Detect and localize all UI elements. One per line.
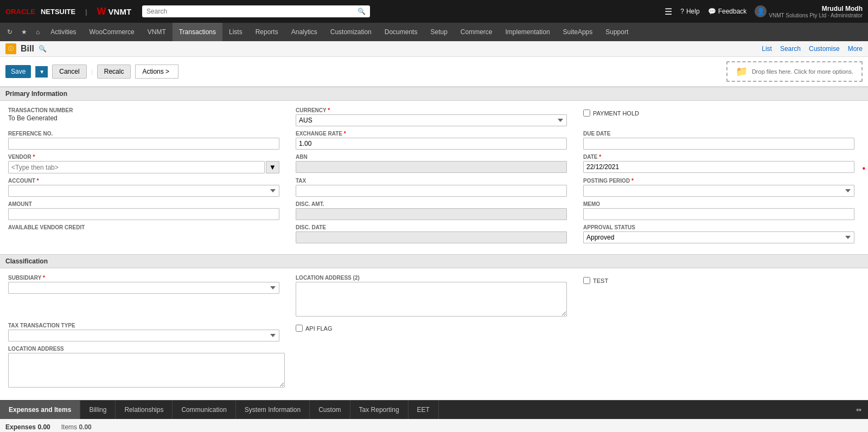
location-addr-textarea[interactable] — [8, 353, 285, 388]
nav-suiteapps[interactable]: SuiteApps — [557, 23, 599, 41]
tax-input[interactable] — [296, 185, 567, 197]
account-select[interactable] — [8, 185, 279, 197]
nav-customization[interactable]: Customization — [324, 23, 378, 41]
abn-col: ABN — [288, 154, 575, 173]
save-dropdown-arrow[interactable]: ▼ — [35, 66, 48, 78]
tax-label: TAX — [296, 178, 567, 184]
posting-period-select[interactable] — [583, 185, 854, 197]
tab-expand-icon[interactable]: ⇔ — [850, 401, 868, 419]
tab-relationships[interactable]: Relationships — [116, 401, 173, 419]
memo-input[interactable] — [583, 208, 854, 220]
disc-date-col: DISC. DATE — [288, 224, 575, 243]
class-form-row-1: SUBSIDIARY LOCATION ADDRESS (2) TEST — [5, 275, 863, 318]
search-link[interactable]: Search — [780, 45, 801, 53]
nav-support[interactable]: Support — [599, 23, 635, 41]
date-required-dot: • — [862, 164, 865, 173]
subsidiary-col: SUBSIDIARY — [5, 275, 288, 318]
nav-reports[interactable]: Reports — [249, 23, 285, 41]
nav-star-icon[interactable]: ★ — [17, 28, 31, 36]
date-input[interactable] — [583, 161, 854, 173]
user-name: Mrudul Modh — [769, 5, 863, 12]
abn-input[interactable] — [296, 161, 567, 173]
expenses-label: Expenses 0.00 — [5, 423, 50, 431]
tab-communication[interactable]: Communication — [173, 401, 235, 419]
tax-trans-type-select[interactable] — [8, 330, 279, 341]
tab-billing[interactable]: Billing — [80, 401, 116, 419]
tab-tax-reporting[interactable]: Tax Reporting — [350, 401, 409, 419]
search-input[interactable] — [146, 8, 355, 15]
tab-expenses-items[interactable]: Expenses and Items — [0, 401, 80, 419]
cancel-button[interactable]: Cancel — [52, 65, 86, 79]
reference-no-label: REFERENCE NO. — [8, 131, 279, 137]
vendor-dropdown-btn[interactable]: ▼ — [266, 161, 279, 173]
save-button[interactable]: Save — [5, 65, 31, 78]
vendor-input[interactable] — [8, 161, 265, 173]
drop-zone[interactable]: 📁 Drop files here. Click for more option… — [726, 61, 863, 82]
nav-lists[interactable]: Lists — [222, 23, 249, 41]
top-bar: ORACLE NETSUITE | W VNMT 🔍 ☰ ? Help 💬 Fe… — [0, 0, 868, 23]
search-icon-sub[interactable]: 🔍 — [39, 45, 47, 53]
search-icon: 🔍 — [358, 8, 366, 15]
approval-status-select[interactable]: Approved — [583, 231, 854, 243]
due-date-input[interactable] — [583, 138, 854, 150]
approval-status-col: APPROVAL STATUS Approved — [575, 224, 863, 243]
more-link[interactable]: More — [848, 45, 863, 53]
exchange-rate-input[interactable] — [296, 138, 567, 150]
tab-system-information[interactable]: System Information — [236, 401, 310, 419]
primary-info-body: TRANSACTION NUMBER To Be Generated CURRE… — [0, 101, 868, 254]
nav-setup[interactable]: Setup — [424, 23, 454, 41]
date-col: DATE • — [575, 154, 863, 173]
transaction-number-value: To Be Generated — [8, 114, 279, 122]
customise-link[interactable]: Customise — [809, 45, 840, 53]
abn-label: ABN — [296, 154, 567, 160]
memo-col: MEMO — [575, 201, 863, 220]
api-flag-checkbox[interactable] — [296, 325, 303, 332]
nav-activities[interactable]: Activities — [44, 23, 82, 41]
reference-no-input[interactable] — [8, 138, 279, 150]
payment-hold-checkbox[interactable] — [583, 109, 590, 117]
nav-home-icon[interactable]: ↻ — [3, 28, 17, 36]
disc-date-input[interactable] — [296, 231, 567, 243]
search-bar[interactable]: 🔍 — [142, 5, 370, 17]
help-button[interactable]: ? Help — [680, 8, 699, 15]
payment-hold-col: PAYMENT HOLD — [575, 107, 863, 126]
posting-period-label: POSTING PERIOD — [583, 178, 854, 184]
amount-label: AMOUNT — [8, 201, 279, 207]
amount-col: AMOUNT — [5, 201, 288, 220]
list-link[interactable]: List — [762, 45, 772, 53]
nav-analytics[interactable]: Analytics — [285, 23, 324, 41]
disc-amt-input[interactable] — [296, 208, 567, 220]
nav-transactions[interactable]: Transactions — [173, 23, 222, 41]
api-flag-row: API FLAG — [296, 325, 567, 332]
items-label: Items 0.00 — [61, 423, 92, 431]
form-row-3: VENDOR ▼ ABN DATE • — [5, 154, 863, 173]
recalc-button[interactable]: Recalc — [97, 65, 131, 79]
test-checkbox[interactable] — [583, 277, 590, 284]
nav-icon[interactable]: ☰ — [665, 7, 672, 17]
nav-commerce[interactable]: Commerce — [454, 23, 499, 41]
feedback-button[interactable]: 💬 Feedback — [708, 8, 747, 15]
sub-header: ⓘ Bill 🔍 List Search Customise More — [0, 41, 868, 57]
nav-documents[interactable]: Documents — [378, 23, 424, 41]
nav-house-icon[interactable]: ⌂ — [31, 28, 44, 36]
user-role: VNMT Solutions Pty Ltd · Administrator — [769, 12, 863, 18]
exchange-rate-label: EXCHANGE RATE — [296, 131, 567, 137]
nav-vnmt[interactable]: VNMT — [141, 23, 173, 41]
date-label: DATE — [583, 154, 854, 160]
form-row-6: AVAILABLE VENDOR CREDIT DISC. DATE APPRO… — [5, 224, 863, 243]
test-label: TEST — [593, 278, 608, 284]
currency-select[interactable]: AUS — [296, 114, 567, 126]
actions-button[interactable]: Actions > — [135, 65, 178, 79]
tab-custom[interactable]: Custom — [310, 401, 350, 419]
location-addr-col: LOCATION ADDRESS — [5, 346, 293, 389]
subsidiary-select[interactable] — [8, 282, 279, 294]
amount-input[interactable] — [8, 208, 279, 220]
account-label: ACCOUNT — [8, 178, 279, 184]
location-addr2-textarea[interactable] — [296, 282, 567, 317]
user-menu[interactable]: 👤 Mrudul Modh VNMT Solutions Pty Ltd · A… — [755, 5, 863, 18]
nav-woocommerce[interactable]: WooCommerce — [83, 23, 141, 41]
tab-eet[interactable]: EET — [409, 401, 439, 419]
nav-bar: ↻ ★ ⌂ Activities WooCommerce VNMT Transa… — [0, 23, 868, 41]
classification-header: Classification — [0, 254, 868, 268]
nav-implementation[interactable]: Implementation — [499, 23, 557, 41]
